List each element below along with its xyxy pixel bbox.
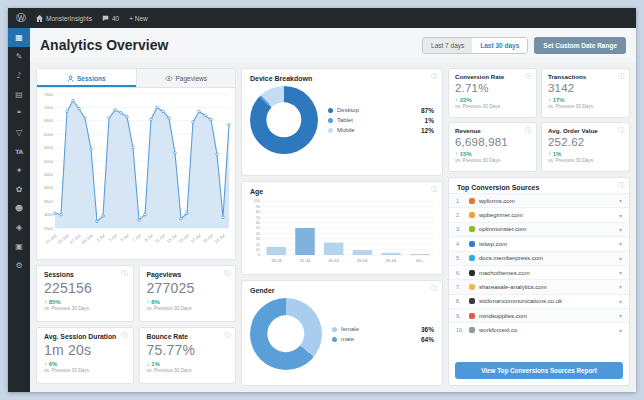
- info-icon[interactable]: ⓘ: [224, 332, 230, 338]
- sidebar-item-thirsty-affiliates[interactable]: TA: [8, 142, 30, 161]
- source-row[interactable]: 5.docs.memberpress.com▾: [449, 251, 629, 265]
- site-home-link[interactable]: MonsterInsights: [36, 15, 92, 22]
- favicon-icon: [469, 212, 475, 218]
- info-icon[interactable]: ⓘ: [122, 332, 128, 338]
- view-sources-report-button[interactable]: View Top Conversions Sources Report: [455, 362, 623, 379]
- tab-pageviews[interactable]: Pageviews: [136, 69, 236, 87]
- legend-row: Desktop87%: [328, 107, 434, 114]
- legend-label: Mobile: [337, 127, 355, 133]
- svg-text:20: 20: [256, 243, 260, 247]
- sidebar-item-media[interactable]: ♪: [8, 66, 30, 85]
- info-icon[interactable]: ⓘ: [618, 127, 624, 133]
- tab-sessions[interactable]: Sessions: [37, 69, 136, 87]
- source-row[interactable]: 9.mindsupplies.com▾: [449, 308, 629, 322]
- last-7-days-button[interactable]: Last 7 days: [423, 38, 472, 53]
- svg-text:10: 10: [256, 248, 260, 252]
- wordpress-logo-icon[interactable]: Ⓦ: [16, 11, 26, 25]
- gender-legend: female36%male64%: [332, 323, 434, 346]
- sidebar-item-analytics[interactable]: ▣: [8, 237, 30, 256]
- source-row[interactable]: 7.shareasale-analytics.com▾: [449, 279, 629, 293]
- stat-vs-label: vs. Previous 30 Days: [548, 158, 623, 163]
- chevron-down-icon[interactable]: ▾: [619, 240, 622, 247]
- svg-text:3000: 3000: [44, 212, 54, 217]
- source-row[interactable]: 3.optinmonster.com▾: [449, 222, 629, 236]
- chart-tabs: Sessions Pageviews: [37, 69, 235, 88]
- sidebar-item-insights[interactable]: ▦: [8, 28, 30, 47]
- sidebar-item-posts[interactable]: ✎: [8, 47, 30, 66]
- info-icon[interactable]: ⓘ: [122, 270, 128, 276]
- chevron-down-icon[interactable]: ▾: [619, 312, 622, 319]
- svg-text:2500: 2500: [44, 226, 54, 231]
- favicon-icon: [469, 198, 475, 204]
- sidebar-item-appearance[interactable]: ✿: [8, 180, 30, 199]
- info-icon[interactable]: ⓘ: [525, 127, 531, 133]
- source-domain: workforcexl.co: [479, 327, 517, 333]
- info-icon[interactable]: ⓘ: [431, 186, 437, 192]
- source-row[interactable]: 4.isitwp.com▾: [449, 236, 629, 250]
- svg-text:5 Jul: 5 Jul: [119, 233, 129, 243]
- pageviews-stat-card: ⓘ Pageviews 277025 ↑ 8% vs. Previous 30 …: [139, 265, 237, 322]
- stat-change: ↑ 17%: [548, 97, 623, 103]
- admin-bar: Ⓦ MonsterInsights 40 + New: [8, 8, 636, 28]
- chevron-down-icon[interactable]: ▾: [619, 269, 622, 276]
- chevron-down-icon[interactable]: ▾: [619, 283, 622, 290]
- source-row[interactable]: 1.wpforms.com▾: [449, 193, 629, 207]
- legend-label: Desktop: [337, 107, 359, 113]
- bounce-rate-stat-card: ⓘ Bounce Rate 75.77% ↓ 1% vs. Previous 3…: [139, 327, 237, 384]
- age-bar-chart: 010203040506070809010018-2425-3435-4445-…: [246, 197, 438, 267]
- content-header: Analytics Overview Last 7 days Last 30 d…: [30, 28, 636, 62]
- chevron-down-icon[interactable]: ▾: [619, 226, 622, 233]
- info-icon[interactable]: ⓘ: [431, 73, 437, 79]
- home-icon: [36, 15, 43, 22]
- source-rank: 6.: [456, 270, 465, 276]
- wordpress-window: Ⓦ MonsterInsights 40 + New ▦✎♪▤❝▽TA✦✿☻◈▣…: [8, 8, 636, 392]
- sidebar-item-feedback[interactable]: ▽: [8, 123, 30, 142]
- sidebar-item-pages[interactable]: ▤: [8, 85, 30, 104]
- info-icon[interactable]: ⓘ: [618, 73, 624, 79]
- info-icon[interactable]: ⓘ: [618, 182, 624, 188]
- revenue-card: ⓘ Revenue 6,698,981 ↑ 15% vs. Previous 3…: [448, 122, 537, 172]
- source-domain: docs.memberpress.com: [479, 255, 543, 261]
- legend-label: Tablet: [337, 117, 353, 123]
- content-area: Analytics Overview Last 7 days Last 30 d…: [30, 28, 636, 392]
- stat-vs-label: vs. Previous 30 Days: [147, 306, 229, 311]
- chevron-down-icon[interactable]: ▾: [619, 298, 622, 305]
- source-row[interactable]: 10.workforcexl.co▾: [449, 322, 629, 336]
- dashboard-grid: Sessions Pageviews 250030003500400045005…: [30, 62, 636, 392]
- source-row[interactable]: 2.wpbeginner.com▾: [449, 207, 629, 221]
- comments-link[interactable]: 40: [102, 15, 119, 22]
- chevron-down-icon[interactable]: ▾: [619, 212, 622, 219]
- source-domain: stickmancommunications.co.uk: [479, 298, 562, 304]
- stat-change: ↓ 1%: [147, 361, 229, 367]
- svg-text:7000: 7000: [44, 105, 54, 110]
- source-row[interactable]: 8.stickmancommunications.co.uk▾: [449, 294, 629, 308]
- info-icon[interactable]: ⓘ: [525, 73, 531, 79]
- sidebar-item-plugins[interactable]: ✦: [8, 161, 30, 180]
- left-column: Sessions Pageviews 250030003500400045005…: [36, 68, 236, 386]
- sidebar-item-users[interactable]: ☻: [8, 199, 30, 218]
- info-icon[interactable]: ⓘ: [431, 285, 437, 291]
- last-30-days-button[interactable]: Last 30 days: [472, 38, 527, 53]
- legend-value: 87%: [421, 107, 434, 114]
- source-domain: shareasale-analytics.com: [479, 284, 547, 290]
- legend-dot: [332, 327, 337, 332]
- sidebar-item-settings[interactable]: ⚙: [8, 256, 30, 275]
- svg-text:25-34: 25-34: [300, 258, 311, 263]
- new-content-button[interactable]: + New: [129, 15, 148, 22]
- sidebar-item-tools[interactable]: ◈: [8, 218, 30, 237]
- set-custom-date-range-button[interactable]: Set Custom Date Range: [534, 37, 626, 54]
- chevron-down-icon[interactable]: ▾: [619, 327, 622, 334]
- info-icon[interactable]: ⓘ: [224, 270, 230, 276]
- source-row[interactable]: 6.machothemes.com▾: [449, 265, 629, 279]
- svg-text:5000: 5000: [44, 159, 54, 164]
- stat-value: 2.71%: [455, 82, 530, 94]
- chevron-down-icon[interactable]: ▾: [619, 197, 622, 204]
- svg-text:1 Jul: 1 Jul: [95, 233, 105, 243]
- chevron-down-icon[interactable]: ▾: [619, 255, 622, 262]
- svg-text:7500: 7500: [44, 92, 54, 97]
- stat-label: Avg. Session Duration: [44, 333, 126, 340]
- svg-text:35-44: 35-44: [328, 258, 339, 263]
- legend-row: Tablet1%: [328, 117, 434, 124]
- sidebar-item-comments[interactable]: ❝: [8, 104, 30, 123]
- svg-text:65+: 65+: [416, 258, 424, 263]
